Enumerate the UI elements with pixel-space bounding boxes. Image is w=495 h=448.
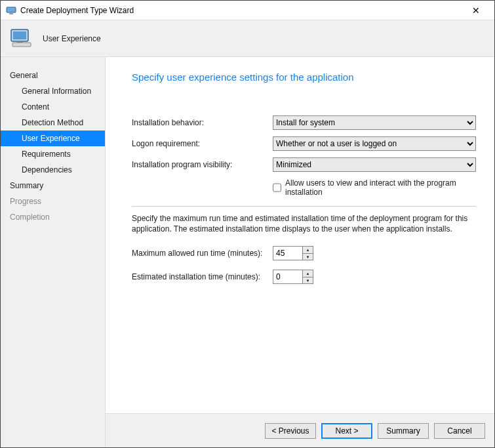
summary-button[interactable]: Summary	[378, 423, 429, 439]
separator	[132, 206, 476, 207]
titlebar: Create Deployment Type Wizard ✕	[1, 1, 494, 20]
spinner-max-runtime: ▲ ▼	[273, 246, 313, 260]
chevron-down-icon: ▼	[306, 279, 310, 283]
window-title: Create Deployment Type Wizard	[20, 6, 463, 15]
sidebar-item-dependencies[interactable]: Dependencies	[1, 162, 105, 178]
label-visibility: Installation program visibility:	[132, 160, 273, 169]
row-install-behavior: Installation behavior: Install for syste…	[132, 115, 476, 130]
sidebar-group-completion: Completion	[1, 209, 105, 225]
wizard-header: User Experience	[1, 20, 494, 57]
wizard-step-title: User Experience	[43, 34, 101, 43]
row-max-runtime: Maximum allowed run time (minutes): ▲ ▼	[132, 246, 476, 260]
select-logon-requirement[interactable]: Whether or not a user is logged on	[273, 136, 476, 151]
app-icon	[6, 5, 16, 16]
input-est-time[interactable]	[273, 270, 302, 283]
spinner-est-time: ▲ ▼	[273, 270, 313, 284]
svg-rect-4	[12, 43, 31, 47]
sidebar-item-user-experience[interactable]: User Experience	[1, 131, 105, 146]
wizard-body: General General Information Content Dete…	[1, 57, 494, 447]
label-install-behavior: Installation behavior:	[132, 118, 273, 127]
chevron-up-icon: ▲	[306, 248, 310, 252]
close-button[interactable]: ✕	[463, 1, 489, 20]
row-logon-requirement: Logon requirement: Whether or not a user…	[132, 136, 476, 151]
wizard-main: Specify user experience settings for the…	[106, 57, 494, 447]
sidebar-group-progress: Progress	[1, 193, 105, 209]
sidebar-item-general-information[interactable]: General Information	[1, 83, 105, 99]
select-install-behavior[interactable]: Install for system	[273, 115, 476, 130]
label-est-time: Estimated installation time (minutes):	[132, 272, 273, 281]
computer-icon	[9, 27, 35, 51]
wizard-sidebar: General General Information Content Dete…	[1, 57, 106, 447]
wizard-window: Create Deployment Type Wizard ✕ User Exp…	[0, 0, 495, 448]
previous-button[interactable]: < Previous	[265, 423, 316, 439]
chevron-up-icon: ▲	[306, 272, 310, 275]
sidebar-group-summary[interactable]: Summary	[1, 178, 105, 193]
row-visibility: Installation program visibility: Minimiz…	[132, 157, 476, 172]
cancel-button[interactable]: Cancel	[434, 423, 485, 439]
svg-rect-5	[16, 41, 23, 43]
svg-rect-0	[7, 7, 16, 12]
sidebar-group-general[interactable]: General	[1, 68, 105, 83]
svg-rect-3	[13, 31, 26, 39]
row-allow-interaction: Allow users to view and interact with th…	[273, 178, 476, 197]
wizard-footer: < Previous Next > Summary Cancel	[106, 413, 494, 447]
next-button[interactable]: Next >	[321, 423, 372, 439]
sidebar-item-detection-method[interactable]: Detection Method	[1, 115, 105, 131]
chevron-down-icon: ▼	[306, 255, 310, 259]
est-time-up-button[interactable]: ▲	[303, 270, 313, 277]
wizard-content: Specify user experience settings for the…	[106, 57, 494, 413]
label-logon-requirement: Logon requirement:	[132, 139, 273, 148]
max-runtime-down-button[interactable]: ▼	[303, 254, 313, 260]
runtime-description: Specify the maximum run time and estimat…	[132, 213, 476, 234]
svg-rect-1	[9, 13, 13, 14]
close-icon: ✕	[472, 5, 480, 16]
sidebar-item-requirements[interactable]: Requirements	[1, 146, 105, 162]
page-title: Specify user experience settings for the…	[132, 71, 476, 83]
input-max-runtime[interactable]	[273, 247, 302, 260]
sidebar-item-content[interactable]: Content	[1, 99, 105, 115]
label-max-runtime: Maximum allowed run time (minutes):	[132, 249, 273, 258]
max-runtime-up-button[interactable]: ▲	[303, 247, 313, 254]
checkbox-allow-interaction[interactable]	[273, 183, 281, 192]
label-allow-interaction: Allow users to view and interact with th…	[285, 178, 476, 197]
select-visibility[interactable]: Minimized	[273, 157, 476, 172]
row-est-time: Estimated installation time (minutes): ▲…	[132, 270, 476, 284]
est-time-down-button[interactable]: ▼	[303, 277, 313, 284]
